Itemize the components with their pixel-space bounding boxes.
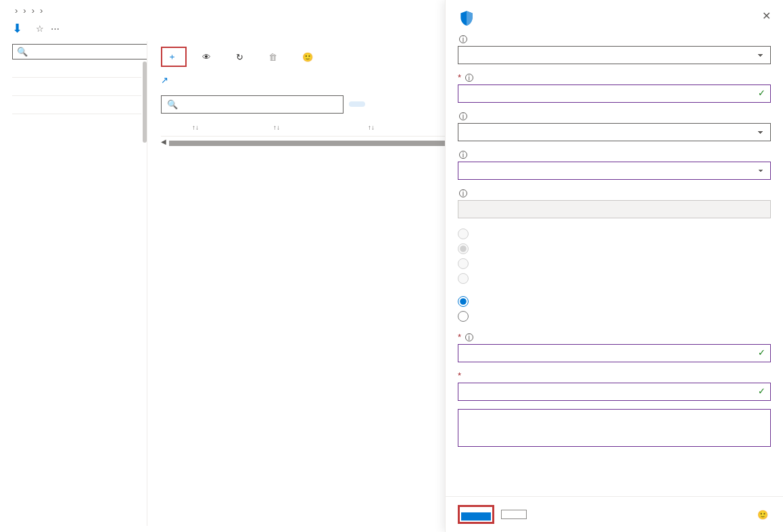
protocol-any-radio [458,228,469,239]
nav-group-automation [12,100,141,110]
info-icon[interactable]: i [459,151,467,159]
column-port[interactable]: ↑↓ [366,122,421,132]
info-icon[interactable]: i [459,112,467,120]
priority-label: * i [458,332,771,342]
eye-off-icon: 👁 [202,52,211,62]
column-priority[interactable]: ↑↓ [191,122,272,132]
name-input[interactable] [458,383,771,401]
action-allow-radio[interactable] [458,296,469,307]
search-icon: 🔍 [17,47,28,57]
pin-icon[interactable]: ⬇ [12,21,22,36]
info-icon[interactable]: i [459,189,467,197]
feedback-icon: 🙂 [757,510,768,520]
protocol-udp-radio [458,258,469,269]
add-rule-panel: ✕ i * i i i i [445,0,783,532]
give-feedback-button[interactable]: 🙂 [296,49,323,66]
filter-input[interactable] [182,99,337,110]
protocol-tcp-radio [458,243,469,254]
info-icon[interactable]: i [465,333,473,341]
sidebar: 🔍 « [0,41,147,526]
shield-icon [458,9,475,27]
nav-group-settings [12,64,141,73]
panel-add-button[interactable] [461,512,491,521]
panel-cancel-button[interactable] [501,510,527,519]
refresh-icon: ↻ [236,52,243,62]
filter-by-name[interactable]: 🔍 [161,95,343,114]
close-icon[interactable]: ✕ [762,9,771,22]
feedback-icon: 🙂 [302,52,313,62]
refresh-button[interactable]: ↻ [230,49,253,66]
nav-group-monitoring [12,82,141,91]
learn-more-link[interactable]: ↗ [161,75,168,85]
dest-port-input [458,200,771,218]
description-textarea[interactable] [458,409,771,447]
service-select[interactable] [458,162,771,180]
external-link-icon: ↗ [161,75,168,85]
give-feedback-link[interactable]: 🙂 [757,510,771,520]
info-icon[interactable]: i [459,35,467,43]
destination-label: i [458,111,771,121]
plus-icon: ＋ [168,51,176,63]
protocol-icmp-radio [458,273,469,284]
filter-pill-port[interactable] [349,101,365,107]
trash-icon: 🗑 [268,52,277,62]
description-text: ↗ [161,74,431,87]
nav-group-help [12,118,141,128]
delete-button: 🗑 [262,49,287,66]
hide-default-rules-button[interactable]: 👁 [196,49,220,66]
search-input[interactable] [30,47,144,57]
scrollbar[interactable] [143,62,147,143]
source-port-input[interactable] [458,84,771,103]
more-icon[interactable]: ⋯ [51,24,60,34]
add-button[interactable]: ＋ [161,47,187,67]
action-deny-radio[interactable] [458,311,469,322]
source-label: i [458,34,771,44]
sidebar-search[interactable]: 🔍 [12,44,147,59]
destination-select[interactable] [458,123,771,141]
column-name[interactable]: ↑↓ [272,122,366,132]
info-icon[interactable]: i [465,74,473,82]
service-label: i [458,149,771,160]
source-port-label: * i [458,72,771,82]
dest-port-label: i [458,188,771,198]
favorite-icon[interactable]: ☆ [36,24,44,34]
search-icon: 🔍 [167,99,178,110]
scroll-left-icon[interactable]: ◀ [161,138,166,145]
source-select[interactable] [458,46,771,64]
priority-input[interactable] [458,344,771,362]
name-label: * [458,370,771,381]
